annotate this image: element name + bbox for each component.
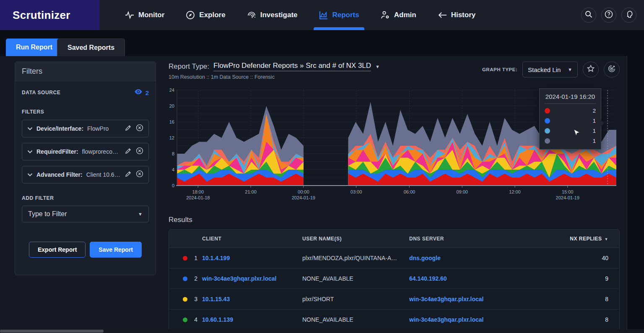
nav-item-explore[interactable]: Explore [185, 0, 225, 30]
dns-server-link[interactable]: win-3c4ae3ghqar.plxr.local [409, 296, 483, 302]
remove-filter-icon[interactable] [136, 124, 143, 133]
tooltip-value: 1 [593, 138, 596, 144]
remove-filter-icon[interactable] [136, 147, 143, 156]
col-client[interactable]: CLIENT [197, 236, 302, 242]
profile-icon [624, 10, 634, 21]
svg-text:12: 12 [169, 135, 174, 140]
nav-item-label: Monitor [138, 11, 164, 19]
chevron-down-icon[interactable] [27, 125, 33, 132]
series-dot [183, 256, 187, 261]
col-user-names[interactable]: USER NAME(S) [302, 236, 409, 242]
svg-text:16: 16 [169, 119, 174, 124]
chart-tooltip: 2024-01-19 16:20 2 1 1 1 [539, 88, 601, 150]
svg-text:06:00: 06:00 [404, 189, 415, 194]
svg-text:18:00: 18:00 [192, 189, 204, 194]
main-nav: Monitor Explore Investigate Reports Admi… [125, 0, 475, 30]
results-table: CLIENT USER NAME(S) DNS SERVER NX REPLIE… [169, 229, 620, 330]
user-names: NONE_AVAILABLE [302, 316, 409, 323]
filters-panel-title: Filters [15, 62, 156, 81]
app-logo[interactable]: Scrutinizer [0, 0, 99, 30]
tooltip-row: 1 [545, 128, 596, 134]
filters-label: FILTERS [22, 109, 149, 115]
chip-value: Client 10.6… [86, 171, 120, 178]
client-link[interactable]: 10.1.15.43 [202, 296, 230, 302]
edit-pencil-icon[interactable] [125, 147, 132, 156]
chart[interactable]: 18:002024-01-1821:0000:002024-01-1903:00… [169, 86, 620, 202]
svg-text:24: 24 [169, 88, 174, 93]
nx-replies-value: 9 [569, 275, 619, 282]
chevron-down-icon[interactable] [27, 171, 33, 178]
nx-replies-value: 8 [569, 296, 619, 302]
chevron-down-icon: ▼ [568, 67, 572, 72]
nav-item-history[interactable]: History [437, 0, 476, 30]
dns-server-link[interactable]: 64.140.192.60 [409, 275, 447, 282]
radar-target-button[interactable] [604, 62, 620, 77]
row-rank: 4 [187, 316, 197, 323]
chevron-down-icon[interactable]: ▼ [375, 64, 380, 69]
col-nx-replies[interactable]: NX REPLIES▼ [569, 236, 619, 242]
type-to-filter-select[interactable]: Type to Filter ▼ [22, 206, 149, 222]
nav-item-label: Reports [332, 11, 359, 19]
client-link[interactable]: win-3c4ae3ghqar.plxr.local [202, 275, 276, 282]
table-row: 4 10.60.1.139 NONE_AVAILABLE win-3c4ae3g… [169, 310, 619, 330]
filter-chip-advanced-filter[interactable]: Advanced Filter: Client 10.6… [22, 166, 149, 183]
content-panel: Filters DATA SOURCE 2 FILTERS Device/Int… [0, 56, 627, 330]
tab-run-report[interactable]: Run Report [6, 39, 62, 56]
series-dot [183, 318, 187, 322]
tooltip-value: 1 [593, 128, 596, 134]
chip-label: RequiredFilter: [36, 148, 78, 155]
client-link[interactable]: 10.60.1.139 [202, 316, 233, 323]
user-names: NONE_AVAILABLE [302, 275, 409, 282]
remove-filter-icon[interactable] [136, 170, 143, 179]
report-type-selector[interactable]: FlowPro Defender Reports » Src and # of … [213, 62, 371, 71]
profile-button[interactable] [621, 8, 636, 23]
search-button[interactable] [581, 8, 596, 23]
dns-server-link[interactable]: win-3c4ae3ghqar.plxr.local [409, 316, 483, 323]
chevron-down-icon: ▼ [138, 212, 143, 217]
data-source-visibility[interactable]: 2 [135, 89, 149, 96]
results-title: Results [169, 216, 192, 224]
horizontal-scrollbar-thumb[interactable] [0, 330, 104, 333]
add-filter-label: ADD FILTER [22, 195, 149, 201]
star-icon [586, 64, 595, 75]
help-button[interactable] [601, 8, 616, 23]
table-row: 2 win-3c4ae3ghqar.plxr.local NONE_AVAILA… [169, 268, 619, 289]
nav-item-investigate[interactable]: Investigate [247, 0, 298, 30]
tooltip-row: 2 [545, 108, 596, 114]
favorite-button[interactable] [583, 62, 599, 77]
nav-item-admin[interactable]: Admin [380, 0, 416, 30]
table-row: 3 10.1.15.43 plxr/SHORT win-3c4ae3ghqar.… [169, 289, 619, 310]
svg-text:4: 4 [172, 167, 174, 172]
svg-text:2024-01-18: 2024-01-18 [186, 195, 210, 200]
compass-icon [185, 10, 195, 20]
horizontal-scrollbar[interactable] [0, 329, 644, 333]
tab-label: Run Report [16, 44, 52, 51]
export-report-button[interactable]: Export Report [29, 242, 86, 258]
series-dot [183, 276, 187, 281]
save-report-button[interactable]: Save Report [90, 242, 142, 258]
filter-chip-device-interface[interactable]: Device/Interface: FlowPro [22, 120, 149, 137]
dns-server-link[interactable]: dns.google [409, 255, 441, 261]
graph-type-select[interactable]: Stacked Lin ▼ [522, 62, 578, 77]
edit-pencil-icon[interactable] [125, 124, 132, 133]
series-dot [545, 118, 550, 124]
tab-saved-reports[interactable]: Saved Reports [57, 39, 125, 56]
user-names: plxr/MENDOZA,plxr/QUINTANA-A… [302, 255, 409, 261]
row-rank: 1 [187, 255, 197, 261]
question-icon [604, 10, 613, 21]
edit-pencil-icon[interactable] [125, 170, 132, 179]
nav-item-label: Explore [199, 11, 225, 19]
mouse-cursor [574, 129, 580, 140]
client-link[interactable]: 10.1.4.199 [202, 255, 230, 261]
nav-item-label: Admin [394, 11, 416, 19]
type-to-filter-placeholder: Type to Filter [28, 210, 67, 218]
nav-item-monitor[interactable]: Monitor [125, 0, 164, 30]
col-dns-server[interactable]: DNS SERVER [409, 236, 569, 242]
filter-chip-list: Device/Interface: FlowPro RequiredFilter… [22, 120, 149, 183]
nav-item-reports[interactable]: Reports [319, 0, 359, 30]
top-nav: Scrutinizer Monitor Explore Investigate … [0, 0, 644, 30]
svg-text:21:00: 21:00 [245, 189, 257, 194]
radar-target-icon [607, 64, 616, 75]
chevron-down-icon[interactable] [27, 148, 33, 155]
filter-chip-required-filter[interactable]: RequiredFilter: flowproreco… [22, 143, 149, 160]
